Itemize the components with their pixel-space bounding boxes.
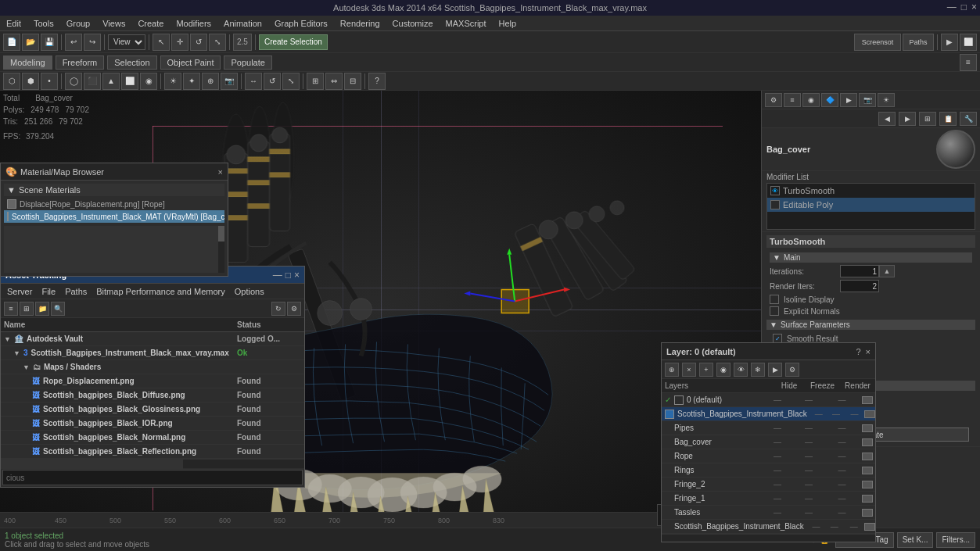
ts-header[interactable]: TurboSmooth bbox=[766, 235, 975, 248]
filters-btn[interactable]: Filters... bbox=[936, 532, 975, 548]
asset-row-7[interactable]: 🖼 Scottish_bagpipes_Black_Normal.png Fou… bbox=[1, 431, 304, 445]
asset-menu-paths[interactable]: Paths bbox=[62, 287, 90, 296]
tab-modeling[interactable]: Modeling bbox=[3, 55, 52, 70]
tab-freeform[interactable]: Freeform bbox=[56, 55, 105, 70]
layer-row-1[interactable]: Scottish_Bagpipes_Instrument_Black — — — bbox=[662, 407, 875, 421]
layers-tb-delete[interactable]: × bbox=[682, 363, 696, 377]
ts-renderiters-input[interactable] bbox=[840, 280, 879, 292]
set-k-btn[interactable]: Set K... bbox=[897, 532, 934, 548]
menu-modifiers[interactable]: Modifiers bbox=[170, 19, 217, 28]
layer-row-0[interactable]: ✓ 0 (default) — — — bbox=[662, 393, 875, 407]
modifier-turbosmoooth[interactable]: 👁 TurboSmooth bbox=[767, 184, 975, 198]
asset-row-8[interactable]: 🖼 Scottish_bagpipes_Black_Reflection.png… bbox=[1, 445, 304, 459]
panel-icon-nav5[interactable]: 🔧 bbox=[960, 112, 977, 126]
asset-horizontal-scrollbar[interactable] bbox=[1, 459, 304, 468]
ts-surface-rollout[interactable]: ▼ Surface Parameters bbox=[766, 320, 975, 330]
menu-edit[interactable]: Edit bbox=[0, 19, 27, 28]
layers-tb-render[interactable]: ▶ bbox=[768, 363, 782, 377]
rotate-icon-btn[interactable]: ↺ bbox=[264, 73, 281, 90]
asset-tb-4[interactable]: 🔍 bbox=[51, 302, 65, 316]
layer-row-3[interactable]: Bag_cover — — — bbox=[662, 435, 875, 449]
layer-row-4[interactable]: Rope — — — bbox=[662, 449, 875, 463]
layer-row-8[interactable]: Tassles — — — bbox=[662, 506, 875, 520]
asset-row-5[interactable]: 🖼 Scottish_bagpipes_Black_Glossiness.png… bbox=[1, 403, 304, 417]
open-btn[interactable]: 📂 bbox=[22, 34, 39, 51]
ts-iterations-up[interactable]: ▲ bbox=[879, 265, 895, 277]
menu-views[interactable]: Views bbox=[96, 19, 131, 28]
menu-help[interactable]: Help bbox=[493, 19, 523, 28]
asset-tb-3[interactable]: 📁 bbox=[35, 302, 49, 316]
box-btn[interactable]: ⬛ bbox=[84, 73, 101, 90]
new-scene-btn[interactable]: 📄 bbox=[3, 34, 20, 51]
tab-populate[interactable]: Populate bbox=[224, 55, 271, 70]
layers-tb-hide[interactable]: 👁 bbox=[734, 363, 748, 377]
layers-tb-select[interactable]: ◉ bbox=[716, 363, 731, 377]
tab-options-btn[interactable]: ≡ bbox=[960, 54, 977, 71]
asset-maximize-btn[interactable]: □ bbox=[285, 270, 291, 281]
modifier-editablepoly[interactable]: Editable Poly bbox=[767, 198, 975, 212]
layers-tb-add[interactable]: + bbox=[699, 363, 713, 377]
panel-icon-1[interactable]: ⚙ bbox=[765, 93, 782, 107]
light2-btn[interactable]: ✦ bbox=[183, 73, 200, 90]
panel-icon-nav1[interactable]: ◀ bbox=[878, 112, 896, 126]
asset-menu-options[interactable]: Options bbox=[232, 287, 267, 296]
mat-browser-close-btn[interactable]: × bbox=[218, 167, 223, 177]
ts-main-rollout[interactable]: ▼ Main bbox=[770, 252, 972, 263]
asset-row-1[interactable]: ▼ 3 Scottish_Bagpipes_Instrument_Black_m… bbox=[1, 346, 304, 360]
create-selection-btn[interactable]: Create Selection bbox=[259, 34, 328, 50]
undo-btn[interactable]: ↩ bbox=[65, 34, 82, 51]
asset-tb-1[interactable]: ≡ bbox=[4, 302, 18, 316]
help-icon-btn[interactable]: ? bbox=[368, 73, 386, 90]
asset-row-0[interactable]: ▼ 🏦 Autodesk Vault Logged O... bbox=[1, 332, 304, 346]
close-btn[interactable]: × bbox=[971, 2, 977, 13]
layer-row-7[interactable]: Fringe_1 — — — bbox=[662, 492, 875, 506]
render-btn[interactable]: ▶ bbox=[941, 34, 958, 51]
array-btn[interactable]: ⊟ bbox=[344, 73, 361, 90]
menu-create[interactable]: Create bbox=[131, 19, 170, 28]
asset-tb-2[interactable]: ⊞ bbox=[20, 302, 34, 316]
screenshot-btn[interactable]: Screensot bbox=[854, 34, 901, 51]
panel-icon-nav3[interactable]: ⊞ bbox=[919, 112, 936, 126]
menu-maxscript[interactable]: MAXScript bbox=[440, 19, 493, 28]
target-btn[interactable]: ⊕ bbox=[202, 73, 219, 90]
maximize-btn[interactable]: □ bbox=[961, 2, 967, 13]
mirror-btn[interactable]: ⇔ bbox=[325, 73, 343, 90]
layers-question-btn[interactable]: ? bbox=[856, 347, 860, 356]
asset-minimize-btn[interactable]: — bbox=[273, 270, 282, 281]
menu-tools[interactable]: Tools bbox=[27, 19, 60, 28]
tab-selection[interactable]: Selection bbox=[107, 55, 156, 70]
save-btn[interactable]: 💾 bbox=[41, 34, 58, 51]
menu-customize[interactable]: Customize bbox=[386, 19, 440, 28]
asset-close-btn[interactable]: × bbox=[294, 270, 300, 281]
menu-graph-editors[interactable]: Graph Editors bbox=[268, 19, 334, 28]
camera1-btn[interactable]: 📷 bbox=[221, 73, 238, 90]
mat-scrollbar[interactable] bbox=[218, 226, 224, 273]
minimize-btn[interactable]: — bbox=[947, 2, 957, 13]
panel-icon-6[interactable]: 📷 bbox=[859, 93, 876, 107]
mat-item-bagpipes[interactable]: Scottish_Bagpipes_Instrument_Black_MAT (… bbox=[4, 210, 224, 223]
ts-explicit-check[interactable] bbox=[770, 306, 779, 316]
asset-menu-bitmap[interactable]: Bitmap Performance and Memory bbox=[93, 287, 228, 296]
rotate-btn[interactable]: ↺ bbox=[190, 34, 207, 51]
asset-row-2[interactable]: ▼ 🗂 Maps / Shaders bbox=[1, 360, 304, 374]
poly-icon-btn[interactable]: ⬡ bbox=[3, 73, 20, 90]
layers-tb-setcurrent[interactable]: ⊕ bbox=[665, 363, 679, 377]
panel-icon-3[interactable]: ◉ bbox=[802, 93, 820, 107]
mat-item-rope[interactable]: Displace[Rope_Displacement.png] [Rope] bbox=[4, 198, 224, 210]
layers-close-btn[interactable]: × bbox=[866, 347, 871, 356]
layers-scrollbar[interactable] bbox=[662, 534, 875, 542]
editablepoly-eye[interactable] bbox=[770, 200, 780, 209]
asset-row-4[interactable]: 🖼 Scottish_bagpipes_Black_Diffuse.png Fo… bbox=[1, 388, 304, 403]
layer-row-6[interactable]: Fringe_2 — — — bbox=[662, 478, 875, 492]
render-frame-btn[interactable]: ⬜ bbox=[960, 34, 977, 51]
turbosmoooth-eye[interactable]: 👁 bbox=[770, 186, 780, 195]
cyl-btn[interactable]: ⬜ bbox=[121, 73, 138, 90]
scale-btn[interactable]: ⤡ bbox=[209, 34, 226, 51]
layer-row-5[interactable]: Rings — — — bbox=[662, 463, 875, 478]
select-btn[interactable]: ↖ bbox=[153, 34, 170, 51]
torus-btn[interactable]: ◉ bbox=[140, 73, 157, 90]
asset-row-3[interactable]: 🖼 Rope_Displacement.png Found bbox=[1, 374, 304, 388]
layers-tb-options[interactable]: ⚙ bbox=[785, 363, 799, 377]
ts-isoline-check[interactable] bbox=[770, 295, 779, 304]
cone-btn[interactable]: ▲ bbox=[102, 73, 120, 90]
